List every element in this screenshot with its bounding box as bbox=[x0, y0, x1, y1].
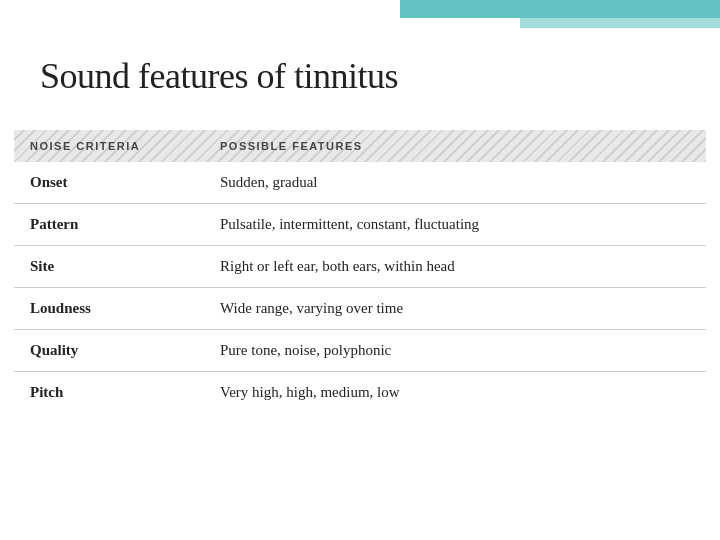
features-cell: Pulsatile, intermittent, constant, fluct… bbox=[204, 204, 706, 246]
criteria-cell: Pitch bbox=[14, 372, 204, 414]
column-header-criteria: Noise Criteria bbox=[14, 130, 204, 162]
column-header-features: Possible Features bbox=[204, 130, 706, 162]
criteria-cell: Site bbox=[14, 246, 204, 288]
features-cell: Right or left ear, both ears, within hea… bbox=[204, 246, 706, 288]
features-table: Noise Criteria Possible Features OnsetSu… bbox=[14, 130, 706, 413]
table-row: SiteRight or left ear, both ears, within… bbox=[14, 246, 706, 288]
features-cell: Wide range, varying over time bbox=[204, 288, 706, 330]
page-title: Sound features of tinnitus bbox=[40, 55, 398, 97]
criteria-cell: Loudness bbox=[14, 288, 204, 330]
table-row: PitchVery high, high, medium, low bbox=[14, 372, 706, 414]
table-row: QualityPure tone, noise, polyphonic bbox=[14, 330, 706, 372]
criteria-cell: Onset bbox=[14, 162, 204, 204]
features-cell: Pure tone, noise, polyphonic bbox=[204, 330, 706, 372]
top-bar-small-decoration bbox=[520, 18, 720, 28]
table-container: Noise Criteria Possible Features OnsetSu… bbox=[14, 130, 706, 413]
table-header-row: Noise Criteria Possible Features bbox=[14, 130, 706, 162]
criteria-cell: Quality bbox=[14, 330, 204, 372]
table-row: PatternPulsatile, intermittent, constant… bbox=[14, 204, 706, 246]
criteria-cell: Pattern bbox=[14, 204, 204, 246]
table-row: LoudnessWide range, varying over time bbox=[14, 288, 706, 330]
top-bar-decoration bbox=[400, 0, 720, 18]
features-cell: Sudden, gradual bbox=[204, 162, 706, 204]
table-row: OnsetSudden, gradual bbox=[14, 162, 706, 204]
features-cell: Very high, high, medium, low bbox=[204, 372, 706, 414]
